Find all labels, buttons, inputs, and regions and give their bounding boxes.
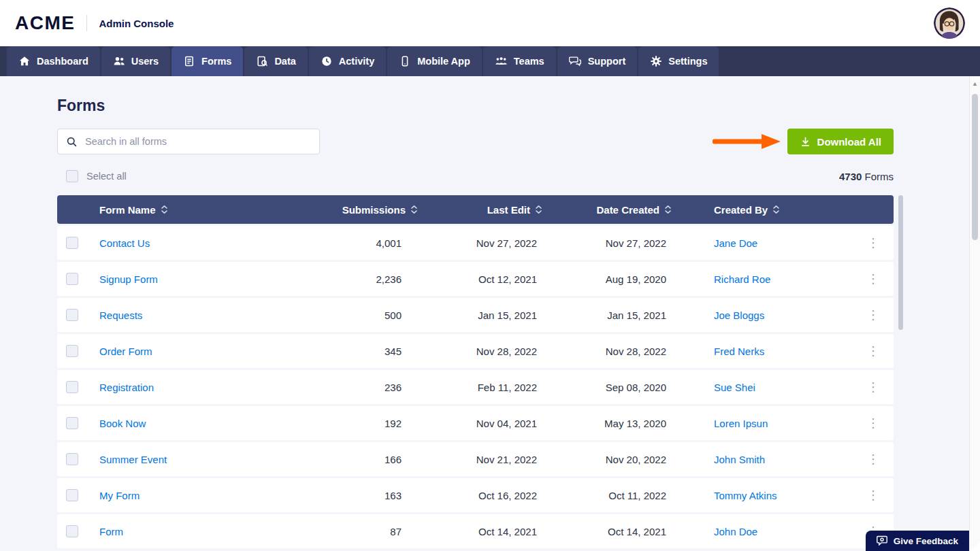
row-menu-button[interactable]: ⋮ [863,414,883,432]
corner-wedge [970,541,980,551]
tab-users[interactable]: Users [101,46,170,76]
created-by-link[interactable]: Sue Shei [714,382,755,393]
form-name-link[interactable]: Registration [99,382,154,393]
date-created-value: Nov 20, 2022 [542,454,672,465]
tab-activity[interactable]: Activity [309,46,386,76]
submissions-value: 345 [309,346,418,357]
submissions-value: 2,236 [309,273,418,285]
mobile-icon [399,55,411,67]
user-avatar[interactable] [934,7,965,39]
form-name-link[interactable]: Contact Us [99,237,150,249]
created-by-link[interactable]: John Doe [714,526,757,537]
table-body: Contact Us 4,001 Nov 27, 2022 Nov 27, 20… [57,226,894,548]
forms-table: Form Name Submissions Last Edit Date Cre… [57,195,894,548]
table-scrollbar-thumb[interactable] [898,195,903,330]
row-checkbox[interactable] [66,237,78,249]
row-menu-button[interactable]: ⋮ [863,270,883,288]
sort-icon [410,205,418,214]
last-edit-value: Nov 04, 2021 [418,418,542,429]
form-name-link[interactable]: Requests [99,310,142,321]
give-feedback-label: Give Feedback [894,536,958,546]
last-edit-value: Jan 15, 2021 [418,310,542,321]
row-checkbox[interactable] [66,525,78,537]
main-content: Forms Download All [0,76,980,551]
select-all-label: Select all [86,171,127,182]
created-by-link[interactable]: Jane Doe [714,237,757,249]
form-name-link[interactable]: Book Now [99,418,146,429]
submissions-value: 166 [309,454,418,465]
row-checkbox[interactable] [66,273,78,285]
created-by-link[interactable]: Joe Bloggs [714,310,764,321]
page-scrollbar[interactable]: ▲ [969,76,980,551]
tab-support[interactable]: Support [557,46,638,76]
forms-count: 4730 Forms [839,171,894,182]
give-feedback-button[interactable]: Give Feedback [866,531,969,551]
last-edit-value: Oct 12, 2021 [418,273,542,285]
form-name-link[interactable]: Summer Event [99,454,167,465]
created-by-link[interactable]: Fred Nerks [714,346,764,357]
table-row: Signup Form 2,236 Oct 12, 2021 Aug 19, 2… [57,262,894,296]
teams-icon [495,55,508,67]
acme-logo: ACME [15,12,75,34]
column-header-form-name[interactable]: Form Name [99,204,309,216]
date-created-value: Aug 19, 2020 [542,273,672,285]
avatar-illustration [934,7,965,39]
row-menu-button[interactable]: ⋮ [863,234,883,252]
search-icon [66,136,78,148]
submissions-value: 163 [309,490,418,501]
tab-label: Data [274,56,295,67]
last-edit-value: Oct 14, 2021 [418,526,542,537]
row-menu-button[interactable]: ⋮ [863,450,883,468]
date-created-value: Oct 14, 2021 [542,526,672,537]
row-checkbox[interactable] [66,453,78,465]
row-checkbox[interactable] [66,381,78,393]
tab-mobile-app[interactable]: Mobile App [387,46,482,76]
search-box[interactable] [57,129,320,154]
tab-teams[interactable]: Teams [483,46,556,76]
search-input[interactable] [84,135,311,148]
row-checkbox[interactable] [66,417,78,429]
form-name-link[interactable]: Form [99,526,123,537]
column-header-submissions[interactable]: Submissions [309,204,418,216]
row-menu-button[interactable]: ⋮ [863,342,883,360]
tab-settings[interactable]: Settings [638,46,719,76]
column-header-created-by[interactable]: Created By [672,204,853,216]
column-header-date-created[interactable]: Date Created [542,204,672,216]
created-by-link[interactable]: Tommy Atkins [714,490,777,501]
form-name-link[interactable]: Signup Form [99,273,158,285]
top-header: ACME Admin Console [0,0,980,46]
row-menu-button[interactable]: ⋮ [863,378,883,396]
forms-count-number: 4730 [839,171,862,182]
created-by-link[interactable]: Loren Ipsun [714,418,768,429]
main-nav: Dashboard Users Forms Data Activity Mobi… [0,46,980,76]
form-name-link[interactable]: Order Form [99,346,152,357]
tab-dashboard[interactable]: Dashboard [7,46,100,76]
toolbar: Download All [57,129,894,154]
row-checkbox[interactable] [66,345,78,357]
tab-label: Forms [201,56,231,67]
created-by-link[interactable]: Richard Roe [714,273,770,285]
table-row: Book Now 192 Nov 04, 2021 May 13, 2020 L… [57,406,894,440]
page-scrollbar-thumb[interactable] [972,94,978,240]
row-checkbox[interactable] [66,489,78,501]
last-edit-value: Nov 28, 2022 [418,346,542,357]
sort-icon [161,205,168,214]
date-created-value: Nov 27, 2022 [542,237,672,249]
row-menu-button[interactable]: ⋮ [863,306,883,324]
row-menu-button[interactable]: ⋮ [863,486,883,504]
tab-label: Settings [668,56,707,67]
last-edit-value: Oct 16, 2022 [418,490,542,501]
row-checkbox[interactable] [66,309,78,321]
column-header-last-edit[interactable]: Last Edit [418,204,542,216]
tab-forms[interactable]: Forms [172,46,243,76]
scrollbar-up-arrow[interactable]: ▲ [970,76,980,87]
forms-count-word: Forms [865,171,894,182]
tab-data[interactable]: Data [244,46,307,76]
created-by-link[interactable]: John Smith [714,454,765,465]
app-title: Admin Console [99,18,174,29]
form-name-link[interactable]: My Form [99,490,140,501]
table-row: Registration 236 Feb 11, 2022 Sep 08, 20… [57,370,894,404]
download-all-button[interactable]: Download All [787,129,894,154]
select-all-checkbox[interactable] [66,170,78,182]
data-icon [256,55,268,67]
